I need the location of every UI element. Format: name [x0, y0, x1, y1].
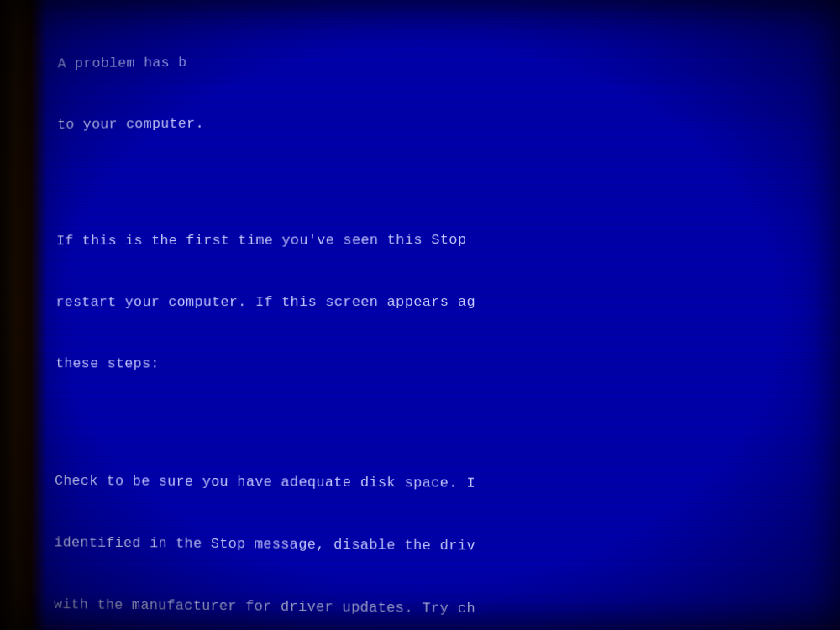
spacer-1 — [57, 172, 827, 191]
bsod-line-3: If this is the first time you've seen th… — [56, 229, 827, 252]
bsod-screen: A problem has b░ to your computer. If th… — [0, 0, 840, 630]
spacer-2 — [55, 416, 828, 434]
bsod-line-8: with the manufacturer for driver updates… — [54, 595, 830, 623]
bsod-line-1: A problem has b░ — [58, 48, 827, 75]
left-bezel — [0, 0, 46, 630]
bsod-line-2: to your computer. — [57, 110, 827, 136]
bsod-line-4: restart your computer. If this screen ap… — [55, 292, 827, 313]
bsod-line-6: Check to be sure you have adequate disk … — [55, 471, 829, 496]
bsod-content: A problem has b░ to your computer. If th… — [45, 0, 840, 630]
bsod-line-7: identified in the Stop message, disable … — [54, 533, 829, 560]
bsod-line-5: these steps: — [55, 354, 828, 376]
